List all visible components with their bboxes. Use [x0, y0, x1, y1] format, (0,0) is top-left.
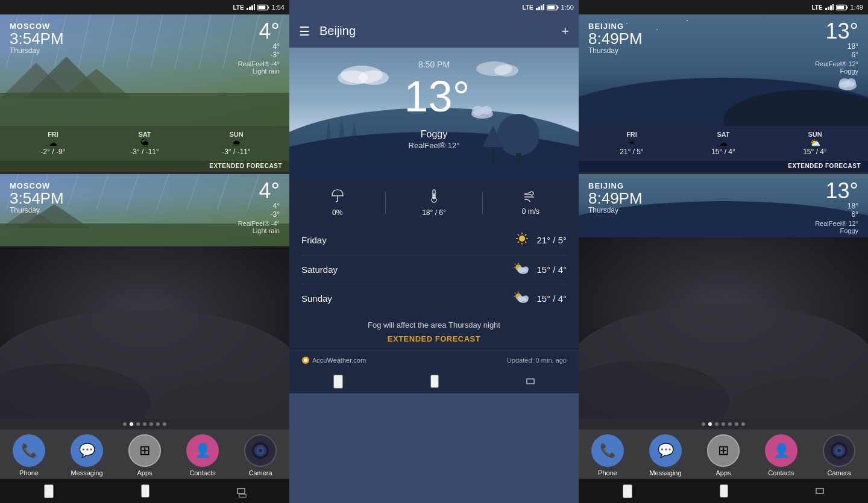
- right-recent-button[interactable]: [816, 488, 824, 494]
- right-homescreen: [579, 237, 868, 419]
- umbrella-icon: [330, 189, 345, 203]
- svg-line-83: [525, 242, 526, 243]
- accuweather-logo-icon: [301, 356, 310, 364]
- right-bg-svg: [579, 237, 868, 419]
- menu-icon[interactable]: ☰: [299, 24, 310, 39]
- left-recent-button[interactable]: ▭: [237, 488, 245, 494]
- svg-point-71: [481, 106, 492, 114]
- svg-rect-1: [249, 7, 251, 10]
- add-icon[interactable]: +: [561, 23, 569, 39]
- left-app-phone[interactable]: 📞 Phone: [5, 434, 53, 476]
- right-weather-widget-2[interactable]: BEIJING 8:49PM Thursday 13° 18° 6° RealF…: [579, 174, 868, 237]
- right-page-dots: [579, 419, 868, 430]
- left-page-dots: [0, 419, 289, 430]
- left-forecast-fri: FRI ☁ -2° / -9°: [7, 131, 99, 156]
- accuweather-logo: AccuWeather.com: [301, 356, 366, 364]
- center-back-button[interactable]: ◁: [333, 375, 343, 389]
- center-lte-label: LTE: [522, 4, 533, 11]
- right-camera-icon: [823, 434, 855, 467]
- right-forecast-fri: FRI ☀ 21° / 5°: [586, 131, 678, 156]
- temp-stat: 18° / 6°: [386, 189, 482, 217]
- left-extended-label[interactable]: EXTENDED FORECAST: [0, 161, 289, 172]
- right-home-button[interactable]: ⌂: [720, 484, 728, 498]
- svg-rect-3: [254, 4, 255, 10]
- center-recent-button[interactable]: [526, 378, 535, 384]
- right-dot-5: [735, 422, 738, 426]
- svg-rect-2: [251, 5, 253, 10]
- right-extended-label[interactable]: EXTENDED FORECAST: [579, 161, 868, 172]
- right-app-camera[interactable]: Camera: [815, 434, 863, 476]
- svg-rect-66: [516, 153, 521, 165]
- left-apps-label: Apps: [137, 469, 152, 476]
- left-app-apps[interactable]: ⊞ Apps: [121, 434, 169, 476]
- svg-rect-105: [832, 4, 834, 10]
- center-forecast-friday: Friday 21° / 5°: [301, 225, 567, 255]
- right-contacts-icon: 👤: [765, 434, 797, 467]
- svg-rect-5: [268, 6, 269, 8]
- left-app-contacts[interactable]: 👤 Contacts: [178, 434, 227, 476]
- left-home-button[interactable]: ⌂: [141, 484, 149, 498]
- left-apps-icon: ⊞: [128, 434, 161, 467]
- svg-rect-104: [830, 5, 832, 10]
- right-app-apps[interactable]: ⊞ Apps: [699, 434, 747, 476]
- wind-value: 0 m/s: [522, 207, 539, 216]
- left-nav-bar: ◁ ⌂ ▭: [0, 479, 289, 503]
- left-app-dock: 📞 Phone 💬 Messaging ⊞ Apps 👤 Contacts: [0, 430, 289, 479]
- left-weather-widget-2[interactable]: MOSCOW 3:54PM Thursday 4° 4° -3° RealFee…: [0, 174, 289, 246]
- center-extended-link[interactable]: EXTENDED FORECAST: [301, 334, 567, 343]
- center-alert-area: Fog will affect the area Thursday night …: [289, 313, 579, 351]
- saturday-label: Saturday: [301, 264, 512, 275]
- svg-marker-21: [24, 57, 108, 99]
- left-dot-4: [149, 422, 153, 426]
- wind-stat: 0 m/s: [483, 190, 579, 216]
- right-widget2-temp: 13°: [815, 180, 858, 202]
- svg-point-128: [837, 449, 841, 452]
- left-dot-6: [163, 422, 166, 426]
- left-app-messaging[interactable]: 💬 Messaging: [63, 434, 111, 476]
- thermometer-svg: [429, 189, 439, 203]
- svg-line-85: [518, 242, 519, 243]
- left-panel: LTE 1:54: [0, 0, 289, 503]
- wind-svg: [523, 190, 538, 202]
- right-forecast-sun: SUN ⛅ 15° / 4°: [769, 131, 861, 156]
- left-lte-label: LTE: [233, 4, 244, 11]
- left-camera-icon: [244, 434, 277, 467]
- svg-rect-51: [547, 5, 555, 8]
- svg-point-113: [687, 20, 688, 21]
- center-battery-icon: [547, 4, 559, 11]
- left-contacts-label: Contacts: [189, 469, 215, 476]
- fog-cloud-icon: [470, 105, 494, 123]
- left-widget2-temp: 4°: [238, 180, 280, 202]
- right-camera-lens-icon: [830, 442, 848, 460]
- right-back-button[interactable]: ◁: [623, 484, 632, 498]
- svg-rect-46: [538, 7, 540, 10]
- left-dot-2: [136, 422, 140, 426]
- svg-line-82: [518, 234, 519, 236]
- left-widget1-main-temp: 4°: [238, 20, 280, 42]
- svg-point-118: [846, 78, 856, 87]
- left-dot-3: [143, 422, 146, 426]
- thermometer-icon: [429, 189, 439, 206]
- sunday-icon: [512, 290, 529, 307]
- right-weather-widget-1[interactable]: BEIJING 8:49PM Thursday 13° 18° 6° RealF…: [579, 14, 868, 126]
- center-forecast-saturday: Saturday 15° / 4°: [301, 255, 567, 284]
- svg-rect-45: [536, 8, 538, 10]
- right-signal-icon: [825, 4, 834, 10]
- right-app-messaging[interactable]: 💬 Messaging: [641, 434, 690, 476]
- left-battery-icon: [257, 4, 269, 11]
- left-widget1-hi: 4°: [238, 42, 280, 51]
- right-apps-label: Apps: [715, 469, 731, 476]
- left-app-camera[interactable]: Camera: [236, 434, 285, 476]
- center-panel: LTE 1:50 ☰ Beijing +: [289, 0, 579, 503]
- right-dot-3: [722, 422, 725, 426]
- left-camera-label: Camera: [248, 469, 272, 476]
- right-app-phone[interactable]: 📞 Phone: [583, 434, 632, 476]
- rain-value: 0%: [332, 208, 342, 217]
- right-app-contacts[interactable]: 👤 Contacts: [757, 434, 805, 476]
- right-widget1-hi: 18°: [815, 42, 858, 51]
- left-contacts-icon: 👤: [186, 434, 219, 467]
- center-home-button[interactable]: ⌂: [430, 375, 439, 388]
- right-widget1-condition: Foggy: [815, 67, 858, 75]
- left-weather-widget-1[interactable]: MOSCOW 3:54PM Thursday 4° 4° -3° RealFee…: [0, 14, 289, 126]
- left-back-button[interactable]: ◁: [44, 484, 54, 498]
